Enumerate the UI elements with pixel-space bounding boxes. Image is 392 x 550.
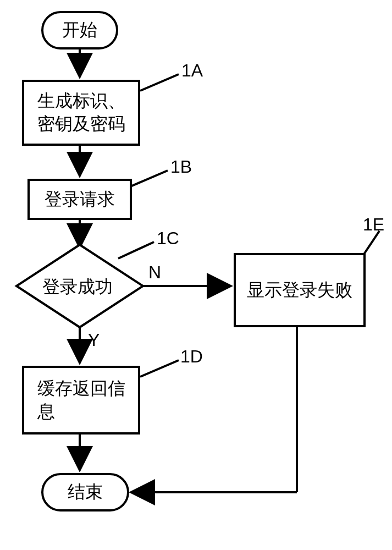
label-yes: Y (88, 330, 100, 350)
start-node: 开始 (41, 11, 118, 50)
start-text: 开始 (62, 19, 97, 42)
label-1b: 1B (170, 157, 192, 177)
process-1e: 显示登录失败 (234, 253, 366, 327)
process-1e-text: 显示登录失败 (247, 279, 352, 302)
decision-1c-text: 登录成功 (42, 275, 113, 299)
end-node: 结束 (41, 473, 129, 512)
process-1a: 生成标识、 密钥及密码 (22, 80, 140, 146)
label-1e: 1E (363, 215, 384, 235)
end-text: 结束 (68, 481, 103, 504)
process-1b: 登录请求 (27, 179, 132, 220)
label-1d: 1D (180, 346, 203, 367)
process-1d: 缓存返回信 息 (22, 366, 140, 435)
svg-line-8 (140, 74, 179, 91)
flowchart-container: 开始 生成标识、 密钥及密码 1A 登录请求 1B 登录成功 1C N Y 显示… (0, 0, 392, 550)
process-1a-text: 生成标识、 密钥及密码 (37, 90, 125, 135)
label-1a: 1A (181, 61, 203, 81)
svg-line-11 (140, 360, 179, 377)
process-1d-text: 缓存返回信 息 (37, 377, 125, 423)
svg-line-9 (129, 170, 168, 187)
label-no: N (148, 262, 161, 283)
label-1c: 1C (157, 228, 179, 249)
process-1b-text: 登录请求 (45, 188, 115, 211)
